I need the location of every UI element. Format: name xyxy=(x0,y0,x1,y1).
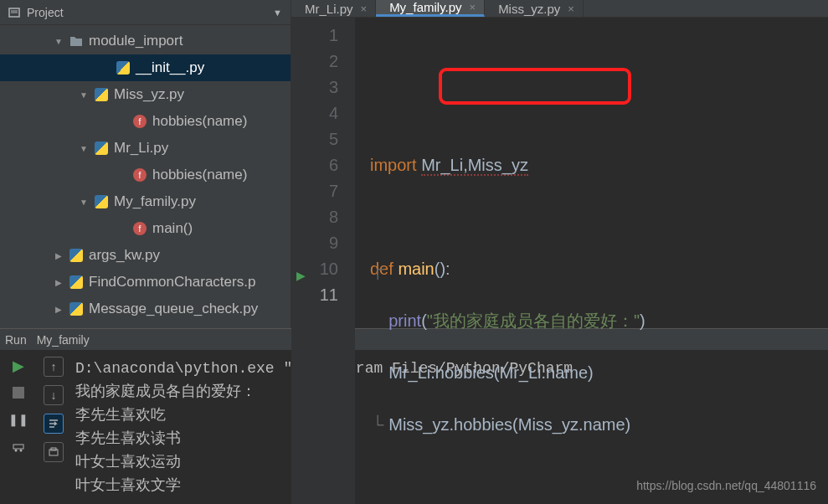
tab-label: My_family.py xyxy=(389,0,461,14)
tree-item-message-queue-check-py[interactable]: ▶Message_queue_check.py xyxy=(0,296,291,322)
import-modules: Mr_Li,Miss_yz xyxy=(421,156,528,176)
tree-item-args-kw-py[interactable]: ▶args_kw.py xyxy=(0,242,291,269)
code-line-8: Miss_yz.hobbies(Miss_yz.name) xyxy=(388,415,630,434)
tree-item-hobbies-name-[interactable]: fhobbies(name) xyxy=(0,162,291,188)
tree-arrow-icon[interactable]: ▶ xyxy=(54,251,64,260)
tree-item-label: Mr_Li.py xyxy=(114,140,168,157)
svg-rect-4 xyxy=(13,445,23,449)
line-number: 6 xyxy=(291,152,338,178)
close-icon[interactable]: × xyxy=(565,3,574,15)
run-primary-controls: ▶ ❚❚ xyxy=(0,350,37,504)
method-icon: f xyxy=(132,167,147,183)
python-file-icon xyxy=(94,141,109,156)
tree-item-module-import[interactable]: ▼module_import xyxy=(0,28,291,54)
tab-miss-yz-py[interactable]: Miss_yz.py× xyxy=(485,0,584,17)
builtin-print: print xyxy=(388,311,421,330)
scroll-up-button[interactable]: ↑ xyxy=(44,357,64,377)
python-file-icon xyxy=(94,194,109,209)
watermark: https://blog.csdn.net/qq_44801116 xyxy=(636,479,816,492)
tree-item-label: main() xyxy=(152,220,193,237)
python-file-icon xyxy=(116,60,131,75)
project-tree: ▼module_import__init__.py▼Miss_yz.pyfhob… xyxy=(0,25,291,328)
tab-label: Mr_Li.py xyxy=(305,2,353,16)
tree-arrow-icon[interactable]: ▼ xyxy=(79,90,89,100)
method-icon: f xyxy=(132,114,147,129)
tree-item-label: args_kw.py xyxy=(89,247,160,264)
run-button[interactable]: ▶ xyxy=(9,357,28,375)
run-label: Run xyxy=(5,333,27,347)
python-file-icon xyxy=(94,87,109,102)
folder-icon xyxy=(69,33,84,49)
line-number: 1 xyxy=(291,23,338,49)
scroll-down-button[interactable]: ↓ xyxy=(44,385,64,405)
tree-arrow-icon[interactable]: ▶ xyxy=(54,278,64,287)
close-icon[interactable]: × xyxy=(358,3,368,15)
tab-my-family-py[interactable]: My_family.py× xyxy=(376,0,485,17)
python-file-icon xyxy=(69,301,84,316)
project-view-icon[interactable] xyxy=(8,7,20,18)
tree-item-label: My_family.py xyxy=(114,193,196,210)
tree-item-findcommoncharacters-p[interactable]: ▶FindCommonCharacters.p xyxy=(0,269,291,296)
code-line-7: Mr_Li.hobbies(Mr_Li.name) xyxy=(388,363,594,382)
line-number: 4 xyxy=(291,100,338,126)
editor-tabs: Mr_Li.py×My_family.py×Miss_yz.py× xyxy=(291,0,828,18)
tree-item-label: Message_queue_check.py xyxy=(89,301,258,317)
dropdown-icon[interactable]: ▼ xyxy=(273,8,282,18)
function-main: main xyxy=(398,260,434,278)
tree-arrow-icon[interactable]: ▼ xyxy=(54,37,64,46)
python-file-icon xyxy=(69,248,84,263)
tree-item-miss-yz-py[interactable]: ▼Miss_yz.py xyxy=(0,81,291,108)
editor-body: 123456789▶1011 import Mr_Li,Miss_yz ┌def… xyxy=(291,18,828,504)
project-header: Project ▼ xyxy=(0,0,291,25)
tree-item-my-family-py[interactable]: ▼My_family.py xyxy=(0,188,291,215)
run-gutter-icon[interactable]: ▶ xyxy=(296,263,306,289)
editor-area: Mr_Li.py×My_family.py×Miss_yz.py× 123456… xyxy=(291,0,828,328)
tree-arrow-icon[interactable]: ▶ xyxy=(54,305,64,314)
tree-item-label: FindCommonCharacters.p xyxy=(89,274,255,291)
tree-arrow-icon[interactable]: ▼ xyxy=(79,144,89,153)
line-number: 8 xyxy=(291,204,338,230)
print-button[interactable] xyxy=(44,442,64,462)
project-panel: Project ▼ ▼module_import__init__.py▼Miss… xyxy=(0,0,291,328)
keyword-import: import xyxy=(370,156,417,174)
method-icon: f xyxy=(132,221,147,236)
tree-item---init---py[interactable]: __init__.py xyxy=(0,54,291,81)
tab-mr-li-py[interactable]: Mr_Li.py× xyxy=(291,0,376,17)
tree-arrow-icon[interactable]: ▼ xyxy=(79,198,89,207)
tree-item-label: hobbies(name) xyxy=(152,167,247,183)
tree-item-main--[interactable]: fmain() xyxy=(0,215,291,242)
code-area[interactable]: import Mr_Li,Miss_yz ┌def main(): print(… xyxy=(355,18,828,504)
line-number: 7 xyxy=(291,178,338,204)
tree-item-label: __init__.py xyxy=(136,59,204,76)
tree-item-label: module_import xyxy=(89,33,183,49)
line-number: 5 xyxy=(291,126,338,152)
line-number: 9 xyxy=(291,230,338,256)
tree-item-mr-li-py[interactable]: ▼Mr_Li.py xyxy=(0,135,291,162)
tab-label: Miss_yz.py xyxy=(498,2,560,16)
python-file-icon xyxy=(69,275,84,290)
close-icon[interactable]: × xyxy=(467,1,476,13)
project-header-title: Project xyxy=(27,6,266,19)
gutter: 123456789▶1011 xyxy=(291,18,355,504)
tree-item-label: hobbies(name) xyxy=(152,113,247,130)
run-config-name: My_family xyxy=(37,333,90,347)
line-number: 2 xyxy=(291,49,338,75)
tree-item-hobbies-name-[interactable]: fhobbies(name) xyxy=(0,108,291,135)
run-secondary-controls: ↑ ↓ xyxy=(37,350,70,504)
settings-icon[interactable] xyxy=(9,437,28,455)
pause-button[interactable]: ❚❚ xyxy=(9,410,28,429)
line-number: 3 xyxy=(291,75,338,100)
stop-button[interactable] xyxy=(9,383,28,402)
soft-wrap-button[interactable] xyxy=(44,414,64,434)
string-literal: "我的家庭成员各自的爱好：" xyxy=(427,311,640,330)
tree-item-label: Miss_yz.py xyxy=(114,86,184,103)
svg-point-6 xyxy=(20,450,23,452)
svg-point-5 xyxy=(15,450,18,452)
svg-rect-3 xyxy=(13,387,24,399)
